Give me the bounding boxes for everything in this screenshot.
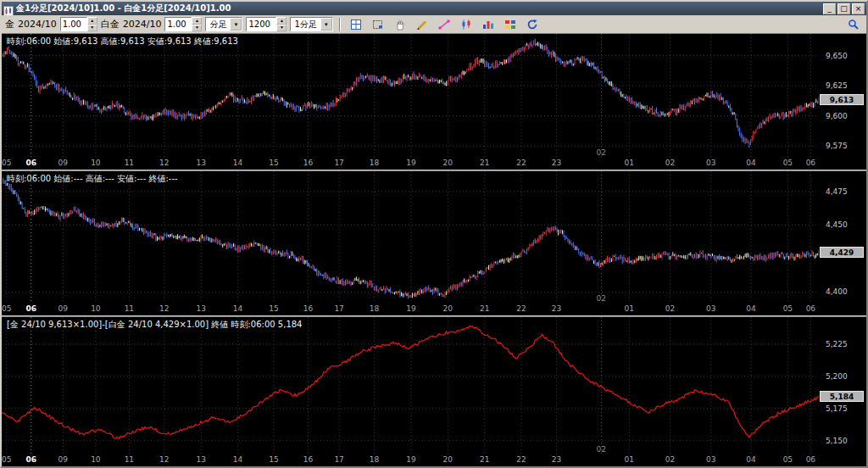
x-tick-label: 14	[231, 304, 245, 313]
spin-down-icon[interactable]: ▼	[87, 25, 97, 32]
gold-multiplier-spinner: ▲▼	[60, 17, 97, 31]
x-tick-label: 04	[744, 455, 758, 464]
spread-price-axis: 5,2255,2005,1755,1505,184	[819, 317, 866, 454]
pan-hand-icon[interactable]	[391, 17, 409, 32]
refresh-icon[interactable]	[523, 17, 542, 32]
date-change-marker: 02	[597, 294, 606, 303]
maximize-button[interactable]: □	[837, 3, 850, 14]
y-tick-label: 5,225	[826, 340, 848, 348]
close-button[interactable]: ×	[852, 3, 865, 14]
chart-area: 02 9,6509,6259,6009,5759,613 05060910111…	[2, 34, 866, 466]
platinum-chart-panel: 02 4,4754,4504,4004,429 0506091011121314…	[2, 171, 866, 315]
x-tick-label: 05	[781, 159, 794, 167]
spin-up-icon[interactable]: ▲	[276, 17, 287, 25]
x-tick-label: 06	[804, 304, 817, 313]
y-tick-label: 9,600	[826, 112, 848, 120]
platinum-price-axis: 4,4754,4504,4004,429	[819, 171, 866, 303]
x-tick-label: 16	[302, 455, 315, 464]
gold-time-axis: 0506091011121314151617181920212223010203…	[2, 157, 819, 170]
x-tick-label: 09	[56, 159, 70, 167]
period-type-value: 分足	[206, 19, 230, 31]
y-tick-label: 9,625	[826, 81, 848, 90]
x-tick-label: 16	[302, 159, 315, 167]
spin-up-icon[interactable]: ▲	[87, 17, 97, 25]
x-tick-label: 20	[441, 455, 454, 464]
x-tick-label: 10	[89, 304, 103, 313]
bar-count-spinner: ▲▼	[246, 17, 287, 31]
x-tick-label: 05	[2, 159, 14, 167]
bar-chart-icon[interactable]	[479, 17, 498, 32]
x-tick-label: 01	[622, 159, 636, 167]
timeframe-dropdown[interactable]: 1分足 ▼	[290, 17, 332, 31]
spin-down-icon[interactable]: ▼	[276, 25, 287, 32]
select-region-icon[interactable]	[369, 17, 387, 32]
x-tick-label: 05	[781, 455, 794, 464]
date-change-marker: 02	[597, 445, 606, 454]
grid-table-icon[interactable]	[347, 17, 365, 32]
trendline-icon[interactable]	[435, 17, 453, 32]
magnifier-icon[interactable]	[844, 17, 863, 32]
x-tick-label: 22	[515, 455, 528, 464]
platinum-plot[interactable]: 02	[2, 171, 819, 303]
window-title: 金1分足[2024/10]1.00 - 白金1分足[2024/10]1.00	[16, 3, 823, 14]
x-tick-label: 15	[267, 304, 281, 313]
x-tick-label: 12	[158, 304, 171, 313]
x-tick-label: 01	[622, 455, 636, 464]
current-price-box: 5,184	[820, 391, 864, 402]
candlestick-icon[interactable]	[457, 17, 476, 32]
indicator-grid-icon[interactable]	[501, 17, 520, 32]
minimize-button[interactable]: _	[823, 3, 836, 14]
platinum-time-axis: 0506091011121314151617181920212223010203…	[2, 303, 819, 315]
spin-down-icon[interactable]: ▼	[192, 25, 202, 32]
x-tick-label: 16	[302, 304, 315, 313]
gold-series	[2, 34, 819, 157]
platinum-series	[2, 171, 819, 303]
x-tick-label: 06	[804, 159, 817, 167]
x-tick-label: 14	[231, 455, 245, 464]
x-tick-label: 11	[122, 455, 136, 464]
platinum-multiplier-spinner: ▲▼	[164, 17, 202, 31]
x-tick-label: 05	[781, 304, 794, 313]
period-type-dropdown[interactable]: 分足 ▼	[205, 17, 242, 31]
x-tick-label: 01	[622, 304, 636, 313]
y-tick-label: 4,450	[826, 220, 848, 229]
x-tick-label: 20	[441, 159, 454, 167]
x-tick-label: 13	[194, 304, 208, 313]
current-price-box: 4,429	[820, 247, 864, 258]
x-tick-label: 15	[267, 455, 281, 464]
x-tick-label: 05	[2, 455, 14, 464]
x-tick-label: 22	[515, 304, 528, 313]
x-tick-label: 17	[332, 304, 346, 313]
gold-chart-panel: 02 9,6509,6259,6009,5759,613 05060910111…	[2, 34, 866, 170]
spread-series	[2, 317, 819, 454]
x-tick-label: 03	[704, 159, 718, 167]
x-tick-label: 02	[664, 159, 677, 167]
bar-count-input[interactable]	[246, 17, 276, 31]
gold-chart-info: 時刻:06:00 始値:9,613 高値:9,613 安値:9,613 終値:9…	[7, 36, 238, 47]
gold-plot[interactable]: 02	[2, 34, 819, 157]
gold-multiplier-input[interactable]	[60, 17, 87, 31]
spread-plot[interactable]: 02	[2, 317, 819, 454]
x-tick-label: 10	[89, 455, 103, 464]
x-tick-label: 23	[550, 159, 564, 167]
x-tick-label: 23	[550, 304, 564, 313]
x-tick-label: 12	[158, 159, 171, 167]
x-tick-label: 14	[231, 159, 245, 167]
x-tick-label: 02	[664, 455, 677, 464]
spin-up-icon[interactable]: ▲	[192, 17, 202, 25]
x-tick-label: 13	[194, 159, 208, 167]
x-tick-label: 22	[515, 159, 528, 167]
x-tick-label: 19	[404, 304, 418, 313]
y-tick-label: 9,575	[826, 142, 848, 150]
pencil-draw-icon[interactable]	[413, 17, 431, 32]
x-tick-label: 05	[2, 304, 14, 313]
x-tick-label: 11	[122, 304, 136, 313]
y-tick-label: 9,650	[826, 52, 848, 60]
chevron-down-icon[interactable]: ▼	[320, 18, 332, 31]
platinum-label: 白金	[101, 18, 120, 31]
x-tick-label: 18	[368, 159, 381, 167]
x-tick-label: 02	[664, 304, 677, 313]
chevron-down-icon[interactable]: ▼	[230, 18, 242, 31]
platinum-month: 2024/10	[123, 19, 162, 30]
platinum-multiplier-input[interactable]	[164, 17, 192, 31]
